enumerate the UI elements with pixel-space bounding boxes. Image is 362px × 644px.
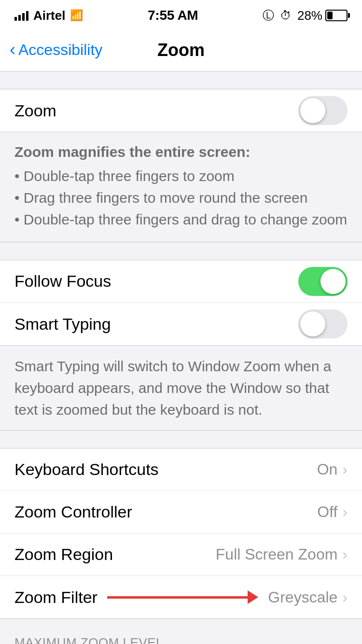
battery-indicator: 28%	[297, 8, 348, 23]
section-gap-2	[0, 242, 362, 260]
max-zoom-header: MAXIMUM ZOOM LEVEL	[14, 635, 348, 644]
red-arrow-head-icon	[248, 590, 258, 604]
zoom-info-title: Zoom magnifies the entire screen:	[14, 144, 348, 160]
smart-typing-info: Smart Typing will switch to Window Zoom …	[0, 346, 362, 431]
keyboard-shortcuts-value: On	[317, 461, 338, 478]
zoom-region-value: Full Screen Zoom	[216, 546, 338, 563]
zoom-row: Zoom	[0, 89, 362, 132]
zoom-controller-chevron-icon: ›	[342, 503, 348, 521]
page-title: Zoom	[157, 40, 205, 60]
carrier-label: Airtel	[33, 8, 65, 23]
wifi-icon: 📶	[70, 10, 83, 21]
zoom-info-item-2: Drag three fingers to move round the scr…	[14, 187, 348, 209]
smart-typing-description: Smart Typing will switch to Window Zoom …	[14, 358, 331, 418]
zoom-controller-value: Off	[317, 503, 337, 521]
zoom-filter-arrow	[107, 590, 258, 604]
nav-header: ‹ Accessibility Zoom	[0, 29, 362, 71]
follow-focus-row: Follow Focus	[0, 260, 362, 303]
keyboard-shortcuts-row[interactable]: Keyboard Shortcuts On ›	[0, 448, 362, 491]
zoom-region-chevron-icon: ›	[342, 546, 348, 563]
zoom-controller-row[interactable]: Zoom Controller Off ›	[0, 491, 362, 533]
alarm-icon: ⏱	[280, 9, 292, 22]
status-left: Airtel 📶	[14, 8, 83, 23]
focus-typing-group: Follow Focus Smart Typing	[0, 260, 362, 346]
zoom-label: Zoom	[14, 101, 56, 120]
keyboard-shortcuts-value-container: On ›	[317, 461, 348, 478]
battery-icon	[325, 10, 348, 21]
signal-icon	[14, 10, 28, 21]
section-gap-3	[0, 431, 362, 448]
keyboard-shortcuts-label: Keyboard Shortcuts	[14, 460, 159, 479]
zoom-toggle-thumb	[300, 98, 325, 123]
battery-percent: 28%	[297, 8, 322, 23]
zoom-filter-chevron-icon: ›	[342, 588, 348, 606]
content: Zoom Zoom magnifies the entire screen: D…	[0, 71, 362, 644]
keyboard-shortcuts-chevron-icon: ›	[342, 461, 348, 478]
follow-focus-toggle-thumb	[320, 269, 346, 294]
zoom-info-item-3: Double-tap three fingers and drag to cha…	[14, 209, 348, 230]
zoom-info-item-1: Double-tap three fingers to zoom	[14, 165, 348, 187]
follow-focus-label: Follow Focus	[14, 272, 111, 291]
zoom-region-value-container: Full Screen Zoom ›	[216, 546, 348, 563]
zoom-region-label: Zoom Region	[14, 545, 113, 564]
zoom-filter-value: Greyscale	[268, 588, 337, 606]
zoom-controller-label: Zoom Controller	[14, 503, 132, 521]
smart-typing-toggle[interactable]	[298, 309, 348, 338]
smart-typing-label: Smart Typing	[14, 315, 111, 334]
back-label: Accessibility	[18, 41, 102, 59]
zoom-filter-value-container: Greyscale ›	[268, 588, 348, 606]
zoom-filter-row[interactable]: Zoom Filter Greyscale ›	[0, 576, 362, 618]
smart-typing-toggle-thumb	[300, 311, 325, 336]
section-gap-4	[0, 619, 362, 624]
zoom-toggle[interactable]	[298, 96, 348, 125]
max-zoom-section: MAXIMUM ZOOM LEVEL	[0, 624, 362, 644]
location-icon: Ⓛ	[263, 8, 274, 23]
section-gap-1	[0, 71, 362, 89]
settings-rows-group: Keyboard Shortcuts On › Zoom Controller …	[0, 448, 362, 619]
smart-typing-row: Smart Typing	[0, 303, 362, 345]
status-right: Ⓛ ⏱ 28%	[263, 8, 348, 23]
red-arrow-line	[107, 596, 248, 599]
zoom-info-section: Zoom magnifies the entire screen: Double…	[0, 132, 362, 242]
zoom-controller-value-container: Off ›	[317, 503, 348, 521]
follow-focus-toggle[interactable]	[298, 267, 348, 296]
zoom-region-row[interactable]: Zoom Region Full Screen Zoom ›	[0, 533, 362, 576]
back-chevron-icon: ‹	[10, 41, 15, 58]
zoom-filter-label: Zoom Filter	[14, 588, 97, 607]
status-time: 7:55 AM	[148, 8, 198, 23]
status-bar: Airtel 📶 7:55 AM Ⓛ ⏱ 28%	[0, 0, 362, 29]
back-button[interactable]: ‹ Accessibility	[10, 41, 102, 59]
zoom-toggle-group: Zoom	[0, 89, 362, 132]
